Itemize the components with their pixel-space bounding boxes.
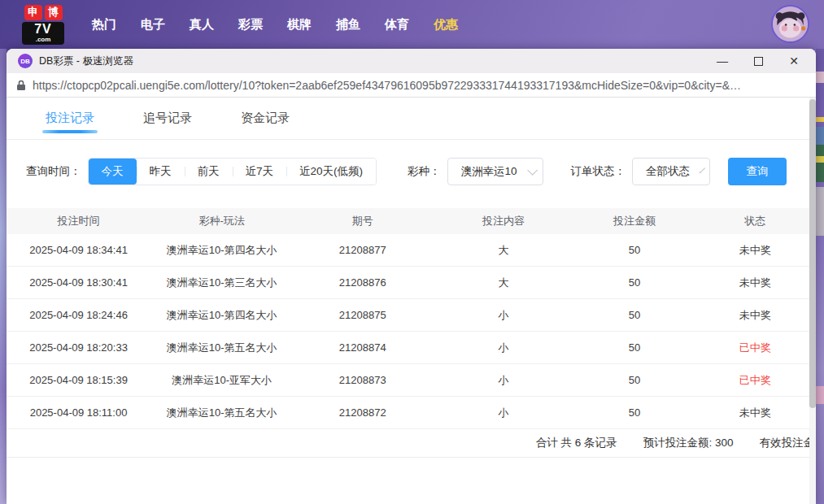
menu-item-fishing[interactable]: 捕鱼 xyxy=(324,17,373,33)
backdrop-fragment xyxy=(816,72,824,83)
table-row: 2025-04-09 18:20:33 澳洲幸运10-第五名大小 2120887… xyxy=(7,332,816,364)
cell-game: 澳洲幸运10-第五名大小 xyxy=(150,406,293,420)
avatar-illustration xyxy=(773,7,808,41)
maximize-button[interactable] xyxy=(751,54,765,68)
cell-status: 未中奖 xyxy=(695,243,816,258)
table-row: 2025-04-09 18:24:46 澳洲幸运10-第四名大小 2120887… xyxy=(7,299,816,332)
cell-game: 澳洲幸运10-第三名大小 xyxy=(150,276,293,290)
address-bar[interactable]: https://ctopcp02pcali.uengi5e.com/lotter… xyxy=(7,73,816,98)
record-tabs: 投注记录 追号记录 资金记录 xyxy=(7,98,816,140)
cell-amount: 50 xyxy=(574,276,694,289)
table-row: 2025-04-09 18:34:41 澳洲幸运10-第四名大小 2120887… xyxy=(7,234,816,267)
close-button[interactable]: ✕ xyxy=(787,54,801,68)
cell-amount: 50 xyxy=(574,406,694,419)
logo-7v-box: 7V .com xyxy=(22,22,64,45)
menu-item-slots[interactable]: 电子 xyxy=(129,17,177,33)
chevron-down-icon xyxy=(699,167,705,173)
summary-total-records: 合计 共 6 条记录 xyxy=(536,436,617,450)
logo-badge-shen: 申 xyxy=(24,5,42,20)
summary-bar: 合计 共 6 条记录 预计投注金额: 300 有效投注金 xyxy=(7,429,816,458)
filter-bar: 查询时间： 今天 昨天 前天 近7天 近20天(低频) 彩种： 澳洲幸运10 订… xyxy=(7,140,816,200)
menu-item-sports[interactable]: 体育 xyxy=(373,17,421,33)
lock-icon xyxy=(16,80,26,91)
logo-badge-bo: 博 xyxy=(45,5,63,20)
logo-7v-text: 7V xyxy=(34,23,52,36)
maximize-icon xyxy=(754,57,763,66)
menu-item-live[interactable]: 真人 xyxy=(177,17,226,33)
lottery-select-value: 澳洲幸运10 xyxy=(461,164,517,179)
cell-issue: 21208877 xyxy=(293,244,432,256)
cell-game: 澳洲幸运10-亚军大小 xyxy=(150,373,293,388)
cell-amount: 50 xyxy=(574,244,694,256)
backdrop-fragment xyxy=(816,117,824,122)
site-topbar: 申 博 7V .com 热门 电子 真人 彩票 棋牌 捕鱼 体育 优惠 xyxy=(0,0,824,49)
order-status-select[interactable]: 全部状态 xyxy=(632,158,710,185)
status-filter-label: 订单状态： xyxy=(571,164,626,179)
table-row: 2025-04-09 18:11:00 澳洲幸运10-第五名大小 2120887… xyxy=(7,397,816,429)
cell-bet-time: 2025-04-09 18:11:00 xyxy=(7,406,150,419)
backdrop-fragment xyxy=(816,187,824,236)
menu-item-hot[interactable]: 热门 xyxy=(80,17,129,33)
page-content: 投注记录 追号记录 资金记录 查询时间： 今天 昨天 前天 近7天 近20天(低… xyxy=(7,98,816,504)
cell-issue: 21208873 xyxy=(293,374,432,386)
col-header-amount: 投注金额 xyxy=(574,214,694,228)
minimize-button[interactable]: — xyxy=(715,54,730,68)
cell-status: 未中奖 xyxy=(695,276,816,290)
url-text: https://ctopcp02pcali.uengi5e.com/lotter… xyxy=(33,79,741,92)
cell-content: 大 xyxy=(432,243,574,258)
cell-amount: 50 xyxy=(574,309,694,321)
cell-game: 澳洲幸运10-第五名大小 xyxy=(150,341,293,355)
tab-fund-records[interactable]: 资金记录 xyxy=(239,99,291,137)
window-title: DB彩票 - 极速浏览器 xyxy=(39,54,133,68)
tab-bet-records[interactable]: 投注记录 xyxy=(44,99,96,137)
table-row: 2025-04-09 18:15:39 澳洲幸运10-亚军大小 21208873… xyxy=(7,364,816,397)
time-option-20days[interactable]: 近20天(低频) xyxy=(286,159,376,185)
cell-game: 澳洲幸运10-第四名大小 xyxy=(150,308,293,323)
menu-item-promo[interactable]: 优惠 xyxy=(421,17,470,33)
cell-game: 澳洲幸运10-第四名大小 xyxy=(150,243,293,258)
chevron-down-icon xyxy=(527,165,538,176)
table-header-row: 投注时间 彩种-玩法 期号 投注内容 投注金额 状态 xyxy=(7,208,816,234)
menu-item-chess[interactable]: 棋牌 xyxy=(275,17,324,33)
tab-chase-records[interactable]: 追号记录 xyxy=(142,99,194,137)
cell-content: 大 xyxy=(432,276,574,290)
scrollbar[interactable] xyxy=(809,98,816,504)
col-header-content: 投注内容 xyxy=(432,214,574,228)
backdrop-fragment xyxy=(816,156,824,163)
query-button[interactable]: 查询 xyxy=(728,158,787,185)
backdrop-left-strip xyxy=(0,49,7,504)
cell-issue: 21208874 xyxy=(293,341,432,354)
cell-amount: 50 xyxy=(574,341,694,354)
scrollbar-thumb[interactable] xyxy=(809,99,816,408)
cell-bet-time: 2025-04-09 18:24:46 xyxy=(7,309,150,321)
logo-badges: 申 博 xyxy=(24,5,63,20)
cell-bet-time: 2025-04-09 18:20:33 xyxy=(7,341,150,354)
time-range-group: 今天 昨天 前天 近7天 近20天(低频) xyxy=(88,158,377,185)
menu-item-lottery[interactable]: 彩票 xyxy=(226,17,275,33)
time-option-day-before[interactable]: 前天 xyxy=(185,159,233,185)
cell-bet-time: 2025-04-09 18:34:41 xyxy=(7,244,150,256)
avatar[interactable] xyxy=(771,5,809,43)
cell-bet-time: 2025-04-09 18:15:39 xyxy=(7,374,150,386)
window-controls: — ✕ xyxy=(715,54,804,68)
cell-status: 已中奖 xyxy=(695,373,816,388)
cell-issue: 21208875 xyxy=(293,309,432,321)
desktop-backdrop: 申 博 7V .com 热门 电子 真人 彩票 棋牌 捕鱼 体育 优惠 xyxy=(0,0,824,504)
cell-content: 小 xyxy=(432,373,574,388)
cell-status: 未中奖 xyxy=(695,406,816,420)
cell-issue: 21208872 xyxy=(293,406,432,419)
logo-com-text: .com xyxy=(36,37,51,43)
browser-window: DB DB彩票 - 极速浏览器 — ✕ https://ctopcp02pcal… xyxy=(7,49,816,504)
cell-status: 未中奖 xyxy=(695,308,816,323)
cell-content: 小 xyxy=(432,406,574,420)
lottery-select[interactable]: 澳洲幸运10 xyxy=(447,158,543,185)
time-option-7days[interactable]: 近7天 xyxy=(233,159,287,185)
time-option-yesterday[interactable]: 昨天 xyxy=(137,159,185,185)
backdrop-right-strip xyxy=(816,49,824,504)
site-logo[interactable]: 申 博 7V .com xyxy=(21,5,65,45)
app-icon: DB xyxy=(18,54,33,68)
main-menu: 热门 电子 真人 彩票 棋牌 捕鱼 体育 优惠 xyxy=(80,17,470,33)
cell-content: 小 xyxy=(432,308,574,323)
time-option-today[interactable]: 今天 xyxy=(89,159,137,185)
summary-expected-amount: 预计投注金额: 300 xyxy=(643,436,733,450)
